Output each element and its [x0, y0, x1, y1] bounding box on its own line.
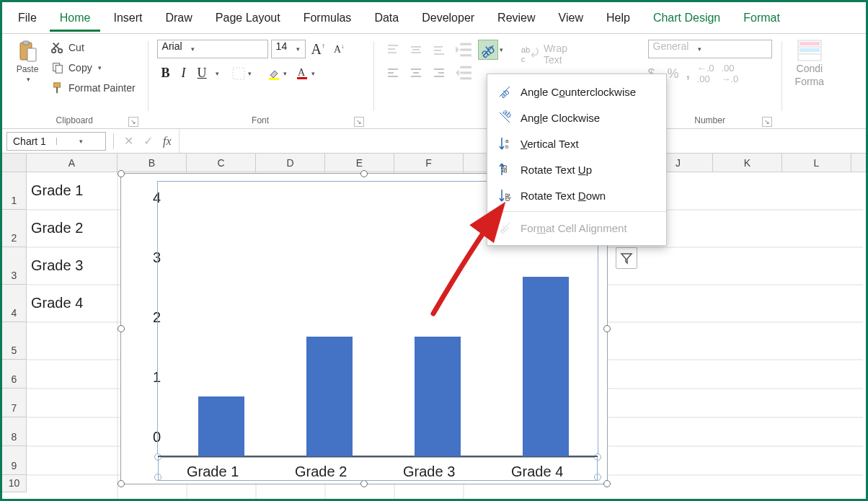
col-header-D[interactable]: D [256, 154, 325, 172]
menu-view[interactable]: View [549, 4, 593, 32]
chevron-down-icon[interactable]: ▾ [693, 45, 706, 53]
font-size-combo[interactable]: 14 ▾ [271, 40, 306, 58]
fill-color-button[interactable]: ▾ [265, 67, 290, 80]
menu-rotate-down[interactable]: ab Rotate Text Down [487, 182, 666, 208]
col-header-E[interactable]: E [325, 154, 394, 172]
menu-angle-ccw[interactable]: ab Angle Counterclockwise [487, 79, 666, 105]
row-header-3[interactable]: 3 [2, 247, 26, 285]
resize-handle[interactable] [118, 170, 125, 177]
cut-button[interactable]: Cut [48, 40, 138, 56]
col-header-L[interactable]: L [782, 154, 851, 172]
col-header-C[interactable]: C [187, 154, 256, 172]
align-middle-button[interactable] [406, 40, 426, 60]
menu-angle-cw[interactable]: ab Angle Clockwise [487, 105, 666, 130]
format-painter-button[interactable]: Format Painter [48, 80, 138, 96]
resize-handle[interactable] [603, 325, 611, 332]
chevron-down-icon[interactable]: ▾ [500, 46, 503, 53]
col-header-K[interactable]: K [713, 154, 782, 172]
insert-function-button[interactable]: fx [163, 135, 172, 148]
underline-button[interactable]: U [193, 66, 211, 81]
row-header-4[interactable]: 4 [2, 285, 26, 322]
align-bottom-button[interactable] [429, 40, 449, 60]
chevron-down-icon[interactable]: ▾ [187, 45, 200, 53]
row-header-9[interactable]: 9 [2, 446, 26, 475]
chevron-down-icon[interactable]: ▾ [291, 45, 304, 53]
decrease-indent-button[interactable] [453, 40, 474, 60]
wrap-text-button[interactable]: abc Wrap Text [515, 40, 572, 68]
svg-text:ab: ab [521, 45, 530, 54]
align-left-button[interactable] [383, 63, 403, 83]
bar-grade3[interactable] [415, 337, 461, 456]
menu-insert[interactable]: Insert [103, 4, 152, 32]
align-right-button[interactable] [429, 63, 449, 83]
align-top-button[interactable] [383, 40, 403, 60]
chart-filters-button[interactable] [616, 247, 637, 269]
menu-developer[interactable]: Developer [412, 4, 484, 32]
name-box[interactable]: Chart 1 ▾ [6, 132, 106, 151]
resize-handle[interactable] [118, 325, 125, 332]
increase-decimal-button[interactable]: ←.0.00 [697, 63, 714, 84]
svg-rect-9 [233, 68, 244, 79]
rotate-up-icon: ab [497, 162, 512, 177]
menu-data[interactable]: Data [364, 4, 409, 32]
copy-button[interactable]: Copy ▾ [48, 60, 138, 76]
menu-file[interactable]: File [8, 4, 47, 32]
increase-font-size-button[interactable]: A↑ [309, 41, 328, 58]
enter-formula-button[interactable]: ✓ [143, 134, 153, 148]
menu-home[interactable]: Home [50, 4, 101, 32]
number-format-combo[interactable]: General ▾ [648, 40, 772, 58]
dialog-launcher-icon[interactable]: ↘ [128, 117, 138, 127]
decrease-decimal-button[interactable]: .00→.0 [721, 63, 738, 84]
row-header-7[interactable]: 7 [2, 389, 26, 417]
paste-button[interactable]: Paste ▾ [11, 37, 44, 86]
comma-format-button[interactable]: , [686, 66, 690, 81]
row-header-10[interactable]: 10 [2, 475, 26, 492]
font-color-button[interactable]: A ▾ [293, 67, 318, 80]
conditional-formatting-button[interactable]: Condi Forma [791, 37, 828, 90]
menu-format-cell-alignment[interactable]: ab Format Cell Alignment [487, 215, 666, 241]
orientation-button[interactable]: ab [478, 40, 498, 60]
row-header-8[interactable]: 8 [2, 417, 26, 446]
menu-vertical-text[interactable]: ab Vertical Text [487, 130, 666, 156]
increase-indent-button[interactable] [453, 63, 474, 83]
col-header-F[interactable]: F [394, 154, 464, 172]
font-name-combo[interactable]: Arial ▾ [157, 40, 268, 58]
row-header-6[interactable]: 6 [2, 360, 26, 389]
resize-handle[interactable] [360, 170, 368, 177]
menu-rotate-up[interactable]: ab Rotate Text Up [487, 156, 666, 182]
bar-grade1[interactable] [198, 396, 244, 456]
row-header-1[interactable]: 1 [2, 172, 26, 210]
bar-grade2[interactable] [306, 337, 353, 456]
resize-handle[interactable] [118, 480, 125, 487]
menu-format[interactable]: Format [733, 4, 790, 32]
chevron-down-icon[interactable]: ▾ [216, 70, 219, 77]
chevron-down-icon[interactable]: ▾ [56, 138, 106, 145]
row-headers: 1 2 3 4 5 6 7 8 9 10 [2, 172, 27, 492]
resize-handle[interactable] [603, 480, 611, 487]
col-header-A[interactable]: A [27, 154, 118, 172]
menu-chart-design[interactable]: Chart Design [643, 4, 730, 32]
menu-formulas[interactable]: Formulas [293, 4, 362, 32]
row-header-2[interactable]: 2 [2, 210, 26, 247]
conditional-formatting-icon [797, 40, 822, 61]
decrease-font-size-button[interactable]: A↓ [331, 43, 347, 56]
dialog-launcher-icon[interactable]: ↘ [354, 117, 364, 127]
select-all-corner[interactable] [2, 154, 27, 172]
group-label-number: Number [694, 115, 725, 125]
italic-button[interactable]: I [177, 66, 190, 81]
menu-draw[interactable]: Draw [155, 4, 202, 32]
borders-button[interactable]: ▾ [229, 67, 254, 80]
row-header-5[interactable]: 5 [2, 322, 26, 360]
cancel-formula-button[interactable]: ✕ [124, 134, 133, 148]
bar-grade4[interactable] [523, 277, 569, 456]
col-header-B[interactable]: B [118, 154, 187, 172]
menu-help[interactable]: Help [596, 4, 640, 32]
x-axis-selection[interactable] [158, 457, 598, 481]
menu-review[interactable]: Review [487, 4, 545, 32]
menu-page-layout[interactable]: Page Layout [205, 4, 291, 32]
resize-handle[interactable] [360, 480, 368, 487]
bold-button[interactable]: B [157, 66, 174, 81]
dialog-launcher-icon[interactable]: ↘ [762, 117, 772, 127]
percent-format-button[interactable]: % [668, 66, 679, 81]
align-center-button[interactable] [406, 63, 426, 83]
